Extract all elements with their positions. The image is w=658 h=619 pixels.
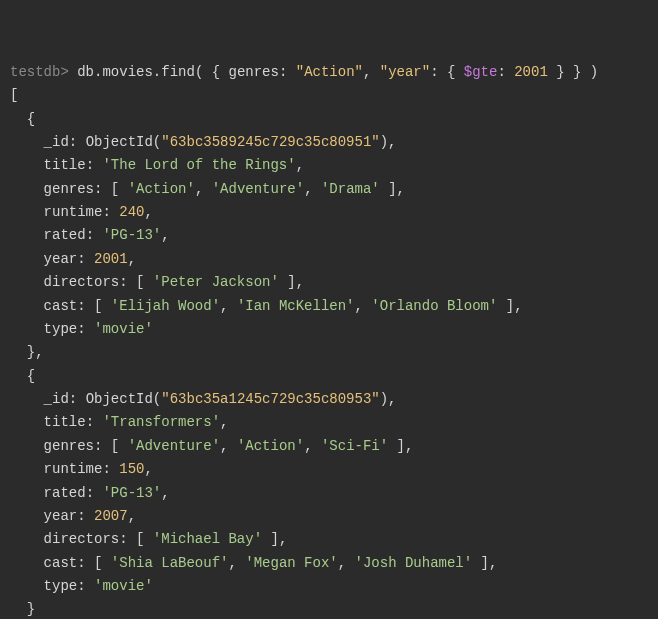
prompt-line-1: testdb> <box>10 64 77 80</box>
terminal-output: testdb> db.movies.find( { genres: "Actio… <box>10 61 648 619</box>
query-command: db.movies.find( { genres: "Action", "yea… <box>77 64 598 80</box>
result-doc-1: { _id: ObjectId("63bc35a1245c729c35c8095… <box>10 368 497 618</box>
result-doc-0: { _id: ObjectId("63bc3589245c729c35c8095… <box>10 111 523 361</box>
array-open: [ <box>10 87 18 103</box>
